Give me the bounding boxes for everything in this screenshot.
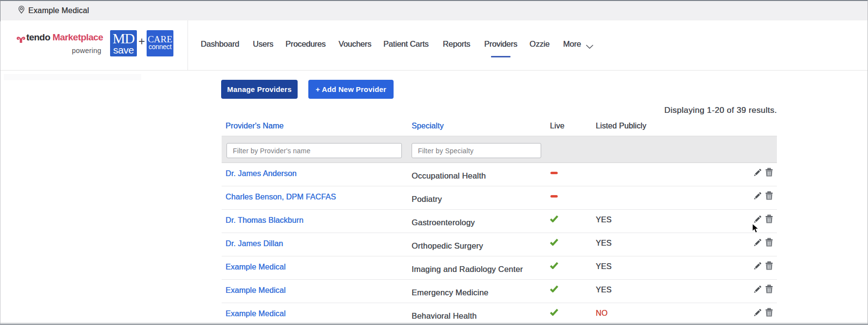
provider-name-link[interactable]: Dr. James Anderson <box>226 169 297 178</box>
specialty-cell: Gastroenterology <box>412 218 475 227</box>
provider-name-cell: Example Medical <box>226 263 285 271</box>
listed-publicly-cell: YES <box>596 286 612 294</box>
listed-publicly-cell: YES <box>596 262 612 271</box>
providers-table: Provider's Name Specialty Live Listed Pu… <box>222 117 777 325</box>
edit-pencil-icon[interactable] <box>753 261 762 270</box>
provider-name-cell: Charles Benson, DPM FACFAS <box>226 193 336 201</box>
listed-publicly-cell: YES <box>596 216 612 224</box>
provider-name-cell: Dr. James Dillan <box>226 239 283 248</box>
header: tendo Marketplace powering MD save + CAR… <box>0 20 868 71</box>
provider-name-cell: Dr. James Anderson <box>226 169 297 178</box>
delete-trash-icon[interactable] <box>765 238 774 247</box>
filter-row <box>222 136 777 163</box>
column-header-live: Live <box>550 122 565 130</box>
specialty-cell: Imaging and Radiology Center <box>412 265 523 274</box>
window-border-bottom-line <box>0 323 868 323</box>
provider-name-link[interactable]: Example Medical <box>226 286 285 294</box>
table-row: Charles Benson, DPM FACFAS Podiatry <box>222 186 777 210</box>
live-status-cell <box>550 303 558 323</box>
provider-name-link[interactable]: Dr. James Dillan <box>226 239 283 248</box>
live-status-cell <box>550 210 558 230</box>
filter-provider-name-input[interactable] <box>226 143 402 158</box>
delete-trash-icon[interactable] <box>765 215 774 223</box>
manage-providers-button[interactable]: Manage Providers <box>221 80 298 99</box>
specialty-cell: Behavioral Health <box>412 311 477 321</box>
nav-item-procedures[interactable]: Procedures <box>285 39 325 49</box>
live-status-cell <box>550 186 558 206</box>
provider-name-cell: Example Medical <box>226 286 285 295</box>
specialty-cell: Orthopedic Surgery <box>412 241 483 251</box>
edit-pencil-icon[interactable] <box>753 285 762 293</box>
window-border-left-top <box>0 0 0 21</box>
specialty-cell: Podiatry <box>412 195 442 204</box>
delete-trash-icon[interactable] <box>765 308 774 317</box>
filter-specialty-input[interactable] <box>412 143 541 158</box>
main-nav: DashboardUsersProceduresVouchersPatient … <box>0 20 868 71</box>
table-row: Dr. James Dillan Orthopedic Surgery YES <box>222 233 777 256</box>
live-status-cell <box>550 256 558 276</box>
location-bar: Example Medical <box>0 1 868 20</box>
nav-item-dashboard[interactable]: Dashboard <box>201 39 239 49</box>
table-body: Dr. James Anderson Occupational Health <box>222 163 777 325</box>
provider-name-link[interactable]: Example Medical <box>226 263 285 271</box>
nav-item-ozzie[interactable]: Ozzie <box>529 39 549 49</box>
delete-trash-icon[interactable] <box>765 191 774 200</box>
edit-pencil-icon[interactable] <box>753 238 762 247</box>
listed-publicly-cell: YES <box>596 239 612 248</box>
provider-name-cell: Example Medical <box>226 309 285 318</box>
table-row: Dr. James Anderson Occupational Health <box>222 163 777 186</box>
results-summary: Displaying 1-20 of 39 results. <box>533 106 777 115</box>
table-row: Example Medical Imaging and Radiology Ce… <box>222 256 777 280</box>
row-actions <box>754 256 774 275</box>
row-actions <box>754 303 774 322</box>
edit-pencil-icon[interactable] <box>753 308 762 317</box>
listed-publicly-cell: NO <box>596 309 607 318</box>
live-check-icon <box>550 215 558 224</box>
nav-item-reports[interactable]: Reports <box>443 39 470 49</box>
table-row: Example Medical Emergency Medicine YES <box>222 280 777 303</box>
provider-name-link[interactable]: Dr. Thomas Blackburn <box>226 216 303 224</box>
live-check-icon <box>550 238 558 248</box>
nav-item-providers[interactable]: Providers <box>484 39 517 49</box>
live-status-cell <box>550 163 558 183</box>
nav-item-more[interactable]: More <box>563 39 581 49</box>
background-artifact-strip <box>4 74 141 80</box>
delete-trash-icon[interactable] <box>765 285 774 293</box>
nav-item-users[interactable]: Users <box>253 39 273 49</box>
nav-item-vouchers[interactable]: Vouchers <box>339 39 371 49</box>
location-label: Example Medical <box>28 6 89 15</box>
window-border-left <box>0 0 0 325</box>
table-row: Example Medical Behavioral Health NO <box>222 303 777 325</box>
provider-name-cell: Dr. Thomas Blackburn <box>226 216 303 225</box>
live-status-cell <box>550 233 558 253</box>
row-actions <box>754 233 774 252</box>
column-header-provider-name[interactable]: Provider's Name <box>226 122 283 130</box>
specialty-cell: Occupational Health <box>412 171 486 181</box>
live-check-icon <box>550 285 558 294</box>
column-header-listed-publicly: Listed Publicly <box>596 122 646 130</box>
add-new-provider-button[interactable]: + Add New Provider <box>308 80 394 99</box>
table-header-row: Provider's Name Specialty Live Listed Pu… <box>222 117 777 136</box>
edit-pencil-icon[interactable] <box>753 215 762 223</box>
edit-pencil-icon[interactable] <box>753 168 762 177</box>
not-live-dash-icon <box>550 172 558 174</box>
window-border-top <box>0 0 868 1</box>
chevron-down-icon <box>586 42 593 51</box>
provider-name-link[interactable]: Charles Benson, DPM FACFAS <box>226 193 336 201</box>
row-actions <box>754 186 774 205</box>
delete-trash-icon[interactable] <box>765 261 774 270</box>
live-check-icon <box>550 262 558 271</box>
edit-pencil-icon[interactable] <box>753 191 762 200</box>
specialty-cell: Emergency Medicine <box>412 288 489 297</box>
provider-name-link[interactable]: Example Medical <box>226 309 285 318</box>
location-pin-icon <box>18 5 25 17</box>
row-actions <box>754 280 774 298</box>
active-tab-underline <box>491 56 510 57</box>
row-actions <box>754 210 774 228</box>
live-check-icon <box>550 308 558 318</box>
nav-item-patient-carts[interactable]: Patient Carts <box>383 39 429 49</box>
delete-trash-icon[interactable] <box>765 168 774 177</box>
table-row: Dr. Thomas Blackburn Gastroenterology YE… <box>222 210 777 233</box>
row-actions <box>754 163 774 181</box>
column-header-specialty[interactable]: Specialty <box>412 122 444 130</box>
